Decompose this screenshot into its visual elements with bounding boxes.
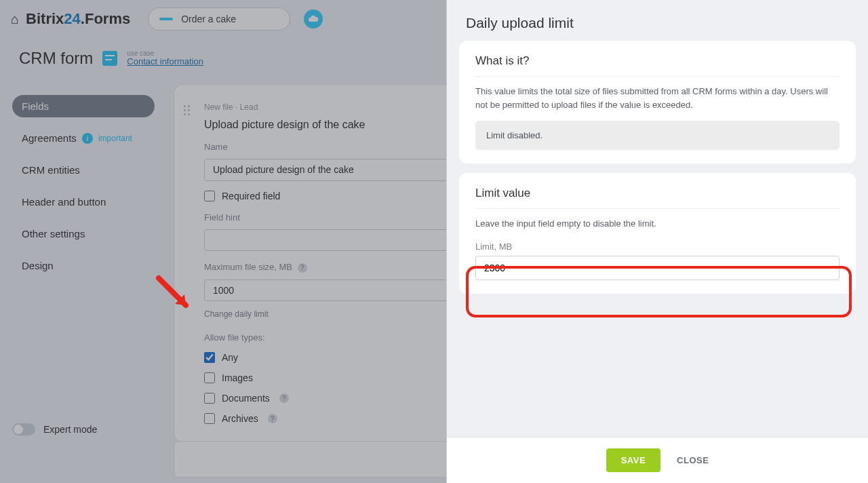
panel-card-heading: What is it?: [475, 54, 840, 77]
limit-label: Limit, MB: [475, 242, 840, 252]
panel-card-heading: Limit value: [475, 187, 840, 209]
side-panel: Daily upload limit What is it? This valu…: [446, 0, 868, 483]
limit-status-box: Limit disabled.: [475, 121, 840, 150]
panel-card-whatisit: What is it? This value limits the total …: [459, 41, 856, 163]
panel-save-button[interactable]: SAVE: [606, 448, 660, 472]
annotation-arrow: [155, 274, 195, 315]
panel-close-button[interactable]: CLOSE: [677, 455, 709, 465]
limit-input[interactable]: [475, 256, 840, 280]
panel-footer: SAVE CLOSE: [447, 437, 868, 483]
panel-title: Daily upload limit: [447, 0, 868, 41]
panel-card-limit-value: Limit value Leave the input field empty …: [459, 173, 856, 294]
panel-card-hint: Leave the input field empty to disable t…: [475, 217, 840, 231]
panel-card-body: This value limits the total size of file…: [475, 85, 840, 111]
